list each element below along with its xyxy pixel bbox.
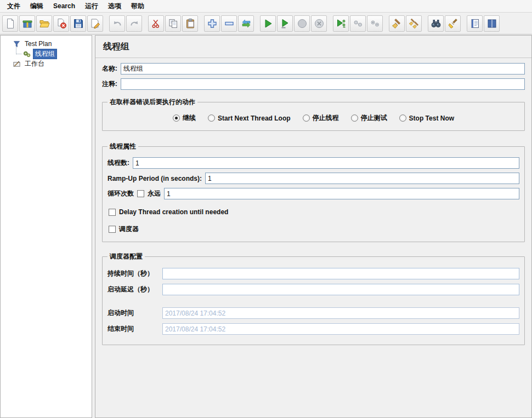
content-area: Test Plan 线程组 工作台 线程组 名称: 注释: 在取样器错 [0,35,532,418]
search-button[interactable] [428,15,444,32]
duration-row: 持续时间（秒） [107,268,519,279]
delay-creation-checkbox[interactable] [109,209,116,216]
start-time-label: 启动时间 [107,308,162,318]
startup-delay-input[interactable] [162,284,519,295]
tree-node-label: Test Plan [23,40,53,48]
menu-run[interactable]: 运行 [80,0,103,13]
tree-node-workbench[interactable]: 工作台 [2,59,90,68]
tree-connector [16,54,21,54]
templates-button[interactable] [19,15,35,32]
name-row: 名称: [102,63,525,75]
end-time-label: 结束时间 [107,324,162,334]
start-button[interactable] [260,15,276,32]
close-file-icon [56,18,67,29]
radio-stop-thread[interactable]: 停止线程 [303,113,339,123]
remote-shutdown-all-button[interactable] [367,15,383,32]
paste-clipboard-icon [185,18,196,29]
toolbar-separator [104,16,109,31]
scheduler-checkbox[interactable] [109,226,116,233]
shutdown-button[interactable] [311,15,327,32]
thread-properties-title: 线程属性 [107,142,138,151]
radio-button-icon[interactable] [173,114,180,122]
rampup-input[interactable] [205,173,519,184]
plus-icon [207,18,218,29]
scheduler-row: 调度器 [109,225,519,234]
name-input[interactable] [121,63,525,75]
radio-start-next-thread-loop[interactable]: Start Next Thread Loop [208,114,291,122]
clear-broom-icon [392,18,403,29]
tree-node-test-plan[interactable]: Test Plan [2,39,90,49]
redo-button[interactable] [126,15,142,32]
undo-button[interactable] [109,15,125,32]
toolbar-separator [254,16,259,31]
radio-button-icon[interactable] [351,114,358,122]
menu-edit[interactable]: 编辑 [25,0,48,13]
menu-bar: 文件 编辑 Search 运行 选项 帮助 [0,0,532,13]
forever-label: 永远 [148,189,161,198]
menu-search[interactable]: Search [48,1,80,12]
tree-node-label: 工作台 [23,59,46,68]
zoom-out-button[interactable] [221,15,237,32]
duration-input[interactable] [162,268,519,279]
open-file-button[interactable] [36,15,52,32]
remote-start-all-button[interactable] [333,15,349,32]
name-label: 名称: [102,64,117,73]
copy-button[interactable] [165,15,181,32]
scheduler-config-title: 调度器配置 [107,252,145,261]
function-helper-notebook-icon [469,18,480,29]
search-reset-button[interactable] [445,15,461,32]
remote-stop-all-button[interactable] [350,15,366,32]
scheduler-config-group: 调度器配置 持续时间（秒） 启动延迟（秒） 启动时间 结束时间 [102,252,525,345]
test-plan-tree: Test Plan 线程组 工作台 [2,39,90,68]
save-button[interactable] [70,15,86,32]
toggle-button[interactable] [238,15,254,32]
toolbar-separator [143,16,148,31]
thread-group-gears-icon [22,50,31,58]
error-action-group: 在取样器错误后要执行的动作 继续 Start Next Thread Loop … [102,98,525,131]
toolbar-separator [199,16,203,31]
copy-icon [168,18,179,29]
forever-checkbox[interactable] [137,190,144,197]
radio-stop-test[interactable]: 停止测试 [351,113,387,123]
loop-count-input[interactable] [164,188,519,199]
cut-button[interactable] [148,15,164,32]
zoom-in-button[interactable] [204,15,220,32]
stop-button[interactable] [294,15,310,32]
paste-button[interactable] [182,15,198,32]
clear-button[interactable] [389,15,405,32]
radio-label: 继续 [183,113,196,123]
rampup-row: Ramp-Up Period (in seconds): [107,173,519,184]
toolbar [0,13,532,35]
start-no-pauses-button[interactable] [277,15,293,32]
save-as-button[interactable] [87,15,103,32]
help-button[interactable] [484,15,500,32]
remote-stop-icon [353,18,364,29]
start-time-input[interactable] [162,307,519,319]
threads-input[interactable] [133,157,519,169]
radio-stop-test-now[interactable]: Stop Test Now [399,114,454,122]
comments-row: 注释: [102,78,525,90]
radio-button-icon[interactable] [208,114,215,122]
radio-continue[interactable]: 继续 [173,113,196,123]
toolbar-separator [422,16,427,31]
startup-delay-row: 启动延迟（秒） [107,284,519,295]
tree-node-thread-group[interactable]: 线程组 [2,49,90,59]
radio-button-icon[interactable] [399,114,406,122]
radio-button-icon[interactable] [303,114,310,122]
help-book-icon [486,18,497,29]
remote-start-icon [336,18,347,29]
menu-file[interactable]: 文件 [2,0,25,13]
menu-options[interactable]: 选项 [103,0,126,13]
function-helper-button[interactable] [467,15,483,32]
startup-delay-label: 启动延迟（秒） [107,285,162,294]
duration-label: 持续时间（秒） [107,269,162,278]
menu-help[interactable]: 帮助 [126,0,149,13]
close-file-button[interactable] [53,15,69,32]
delay-creation-label: Delay Thread creation until needed [119,208,228,216]
clear-all-button[interactable] [406,15,422,32]
clear-all-brooms-icon [409,18,420,29]
comments-input[interactable] [121,78,525,90]
new-file-button[interactable] [2,15,18,32]
end-time-input[interactable] [162,323,519,335]
open-folder-icon [39,18,50,29]
